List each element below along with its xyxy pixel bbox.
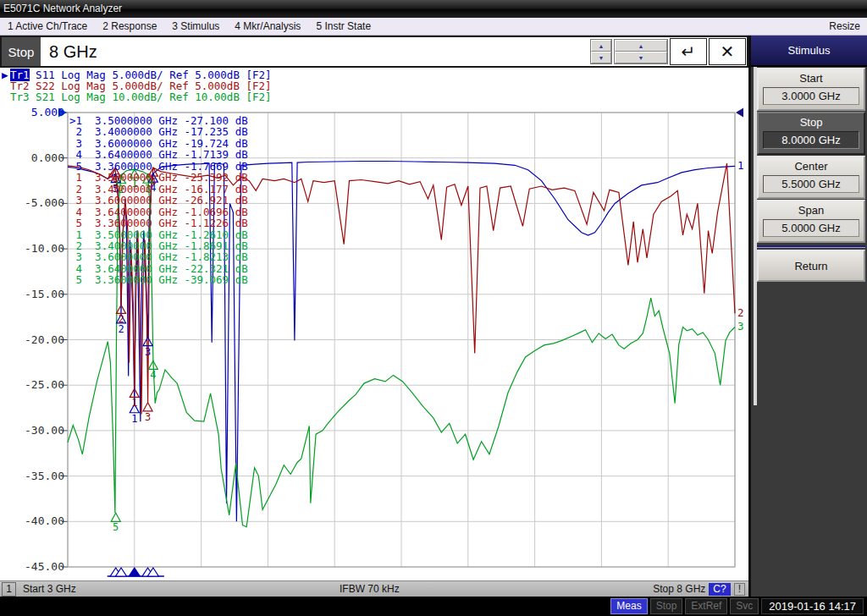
marker-row-tr2: 2 3.4000000 GHz -16.177 dB <box>69 184 248 195</box>
menu-active-ch-trace[interactable]: 1 Active Ch/Trace <box>0 18 95 35</box>
softkey-stop[interactable]: Stop8.0000 GHz <box>757 112 865 155</box>
marker-number: 3 <box>145 411 151 423</box>
meas-status: Meas <box>610 598 647 614</box>
marker-triangle-icon <box>143 403 152 411</box>
active-stimulus-marker-icon <box>129 568 140 576</box>
marker-row-tr2: 5 3.3600000 GHz -1.1226 dB <box>69 217 248 228</box>
trace-end-label: 1 <box>737 159 744 172</box>
marker-row-tr3: 1 3.5000000 GHz -1.2610 dB <box>69 229 248 240</box>
marker-row-tr2: 1 3.5000000 GHz -25.392 dB <box>69 172 248 183</box>
y-axis-label: 5.000 <box>0 107 64 118</box>
coarse-stepper: ▲ ▼ <box>614 39 668 64</box>
marker-triangle-icon <box>111 513 120 521</box>
instrument-status-bar: Meas Stop ExtRef Svc 2019-01-16 14:17 <box>0 597 867 616</box>
marker-row-tr1: 3 3.6000000 GHz -19.724 dB <box>69 138 248 149</box>
entry-bar: Stop 8 GHz ▲ ▼ ▲ ▼ ↵ ✕ <box>0 36 748 68</box>
trace-name: Tr3 <box>10 91 30 103</box>
channel-ifbw-readout: IFBW 70 kHz <box>340 583 400 595</box>
warning-badge: ! <box>734 583 745 596</box>
close-icon: ✕ <box>721 41 735 62</box>
sweep-stop-status: Stop <box>650 598 683 614</box>
softkey-center[interactable]: Center5.5000 GHz <box>757 156 865 199</box>
marker-number: 1 <box>131 397 137 409</box>
marker-row-tr1: 2 3.4000000 GHz -17.235 dB <box>69 126 248 137</box>
date-time: 2019-01-16 14:17 <box>761 598 864 614</box>
softkey-divider <box>757 245 865 248</box>
y-axis-label: -20.00 <box>0 334 64 346</box>
marker-number: 1 <box>131 413 137 425</box>
softkey-buttons: Start3.0000 GHzStop8.0000 GHzCenter5.500… <box>751 68 867 243</box>
y-axis-label: -30.00 <box>0 425 64 437</box>
marker-number: 5 <box>113 521 119 533</box>
step-up-icon[interactable]: ▲ <box>615 40 667 52</box>
y-axis-label: -35.00 <box>0 470 64 482</box>
y-axis-label: 0.000 <box>0 152 64 164</box>
y-axis-label: -5.000 <box>0 197 64 209</box>
measurement-screen: 123451234512345123 ▶Tr1 S11 Log Mag 5.00… <box>0 68 748 580</box>
marker-number: 2 <box>118 313 124 325</box>
fine-stepper: ▲ ▼ <box>590 39 612 64</box>
title-bar[interactable]: E5071C Network Analyzer <box>0 0 867 18</box>
trace-end-label: 3 <box>737 320 744 333</box>
step-down-icon[interactable]: ▼ <box>591 52 611 63</box>
trace-end-label: 2 <box>737 306 744 319</box>
legend-tr3[interactable]: Tr3 S21 Log Mag 10.00dB/ Ref 10.00dB [F2… <box>2 91 272 102</box>
marker-readout-table: >1 3.5000000 GHz -27.100 dB 2 3.4000000 … <box>69 115 248 286</box>
menu-stimulus[interactable]: 3 Stimulus <box>164 18 227 35</box>
menu-response[interactable]: 2 Response <box>95 18 164 35</box>
menu-resize[interactable]: Resize <box>822 18 867 35</box>
marker-number: 3 <box>145 346 151 358</box>
step-up-icon[interactable]: ▲ <box>591 40 611 52</box>
entry-field-label: Stop <box>2 37 41 66</box>
channel-stop-readout: Stop 8 GHz <box>653 583 705 595</box>
y-axis-label: -40.00 <box>0 515 64 527</box>
menu-instr-state[interactable]: 5 Instr State <box>308 18 378 35</box>
marker-triangle-icon <box>130 388 139 397</box>
enter-icon: ↵ <box>682 41 696 62</box>
y-axis-label: -25.00 <box>0 379 64 391</box>
channel-number: 1 <box>2 582 16 597</box>
menu-bar: 1 Active Ch/Trace 2 Response 3 Stimulus … <box>0 18 867 36</box>
close-entry-button[interactable]: ✕ <box>709 38 746 65</box>
softkey-menu-title: Stimulus <box>751 36 867 67</box>
y-axis-label: -15.00 <box>0 289 64 300</box>
trace-params: S21 Log Mag 10.00dB/ Ref 10.00dB [F2] <box>30 91 272 103</box>
enter-button[interactable]: ↵ <box>670 38 707 65</box>
marker-number: 4 <box>150 369 156 381</box>
svc-status: Svc <box>730 598 759 614</box>
marker-row-tr3: 2 3.4000000 GHz -1.8691 dB <box>69 240 248 251</box>
entry-value-input[interactable]: 8 GHz <box>41 37 589 66</box>
y-axis-label: -45.00 <box>0 561 64 573</box>
softkey-scroll-strip[interactable] <box>754 67 757 405</box>
marker-row-tr2: 4 3.6400000 GHz -1.0696 dB <box>69 206 248 217</box>
softkey-start[interactable]: Start3.0000 GHz <box>757 68 865 111</box>
channel-start-readout: Start 3 GHz <box>23 583 76 595</box>
marker-row-tr3: 3 3.6000000 GHz -1.8213 dB <box>69 251 248 262</box>
menu-mkr-analysis[interactable]: 4 Mkr/Analysis <box>227 18 308 35</box>
marker-row-tr1: 5 3.3600000 GHz -1.7669 dB <box>69 161 248 172</box>
correction-status-badge: C? <box>709 583 730 596</box>
step-down-icon[interactable]: ▼ <box>615 52 667 63</box>
trace-legend: ▶Tr1 S11 Log Mag 5.000dB/ Ref 5.000dB [F… <box>2 69 272 103</box>
ref-level-arrow-right-icon <box>736 108 743 118</box>
instrument-window: E5071C Network Analyzer 1 Active Ch/Trac… <box>0 0 867 616</box>
marker-row-tr3: 4 3.6400000 GHz -22.321 dB <box>69 263 248 274</box>
y-axis-label: -10.00 <box>0 243 64 255</box>
channel-status-bar: 1 Start 3 GHz IFBW 70 kHz Stop 8 GHz C? … <box>0 580 748 597</box>
marker-row-tr2: 3 3.6000000 GHz -26.921 dB <box>69 195 248 206</box>
active-trace-arrow-icon: ▶ <box>2 69 10 80</box>
softkey-span[interactable]: Span5.0000 GHz <box>757 200 865 243</box>
marker-row-tr3: 5 3.3600000 GHz -39.069 dB <box>69 274 248 285</box>
window-title: E5071C Network Analyzer <box>3 3 122 14</box>
marker-row-tr1: >1 3.5000000 GHz -27.100 dB <box>69 115 248 126</box>
marker-row-tr1: 4 3.6400000 GHz -1.7139 dB <box>69 149 248 160</box>
softkey-sidebar: Stimulus Start3.0000 GHzStop8.0000 GHzCe… <box>748 36 867 597</box>
marker-triangle-icon <box>143 338 152 346</box>
marker-triangle-icon <box>117 305 126 313</box>
marker-triangle-icon <box>148 360 157 369</box>
extref-status: ExtRef <box>685 598 727 614</box>
return-button[interactable]: Return <box>757 250 865 282</box>
